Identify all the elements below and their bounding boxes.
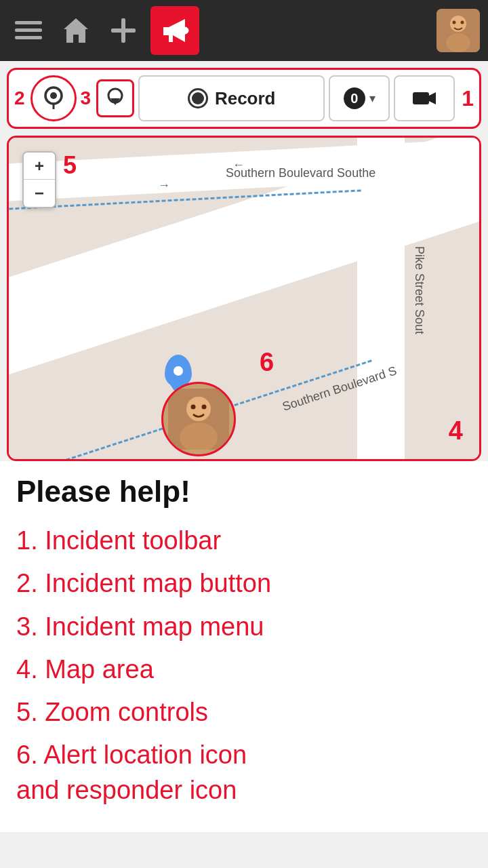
road-arrow-2: → (158, 178, 170, 193)
list-item: 4. Map area (16, 648, 472, 691)
camera-icon (411, 85, 437, 111)
responder-photo (168, 389, 229, 450)
toolbar-num-label: 1 (462, 86, 474, 111)
help-section: Please help! 1. Incident toolbar 2. Inci… (0, 461, 488, 832)
avatar (436, 9, 480, 52)
record-dot-icon (188, 88, 208, 108)
incident-toolbar: 2 3 Record 0 ▾ 1 (7, 68, 481, 129)
plus-icon (108, 16, 138, 45)
svg-point-11 (461, 21, 464, 24)
svg-point-9 (446, 33, 470, 52)
svg-rect-2 (15, 36, 42, 39)
menu-btn-label-num: 3 (81, 87, 92, 109)
top-nav (0, 0, 488, 61)
map-area: ← → Southern Boulevard Southe Southern B… (7, 136, 481, 461)
svg-rect-17 (413, 92, 429, 104)
count-value: 0 (344, 87, 365, 109)
home-button[interactable] (56, 10, 96, 51)
svg-marker-18 (429, 92, 436, 104)
svg-marker-3 (64, 18, 88, 43)
list-item: 6. Alert location icon and responder ico… (16, 734, 472, 812)
incident-map-menu-button[interactable] (96, 79, 134, 117)
svg-rect-5 (111, 28, 136, 33)
chevron-down-icon: ▾ (369, 91, 375, 106)
map-btn-label-num: 2 (14, 87, 25, 109)
svg-rect-0 (15, 21, 42, 24)
road-label-1: Southern Boulevard Southe (226, 166, 375, 180)
list-item: 5. Zoom controls (16, 691, 472, 734)
svg-point-6 (182, 27, 188, 34)
record-button[interactable]: Record (138, 75, 325, 121)
home-icon (61, 16, 91, 45)
list-item: 1. Incident toolbar (16, 519, 472, 562)
incident-map-button[interactable] (30, 75, 77, 121)
camera-button[interactable] (394, 75, 455, 121)
avatar-image (436, 9, 480, 52)
responder-face (168, 389, 229, 450)
alert-location-marker (165, 355, 192, 387)
svg-rect-1 (15, 28, 42, 32)
menu-button[interactable] (8, 10, 49, 51)
location-pin-icon (41, 86, 66, 111)
zoom-in-button[interactable]: + (24, 153, 55, 180)
list-item: 3. Incident map menu (16, 606, 472, 648)
pike-street-label: Pike Street Sout (412, 246, 426, 334)
help-list: 1. Incident toolbar 2. Incident map butt… (16, 519, 472, 812)
menu-icon (15, 17, 42, 44)
svg-point-10 (453, 21, 456, 24)
user-face-icon (436, 9, 480, 52)
map-background[interactable]: ← → Southern Boulevard Southe Southern B… (9, 138, 479, 459)
svg-point-23 (202, 405, 207, 410)
alert-button[interactable] (150, 6, 199, 55)
dropdown-icon (103, 86, 127, 111)
megaphone-icon (159, 15, 190, 46)
list-item: 2. Incident map button (16, 562, 472, 605)
zoom-controls: + − (22, 151, 56, 208)
svg-point-22 (191, 405, 196, 410)
vertical-road (357, 138, 405, 459)
count-button[interactable]: 0 ▾ (329, 75, 390, 121)
add-button[interactable] (103, 10, 144, 51)
pin-dot (174, 366, 183, 376)
zoom-controls-num-label: 5 (63, 151, 77, 180)
record-label: Record (215, 88, 276, 109)
pin-icon (165, 355, 192, 387)
help-title: Please help! (16, 475, 472, 509)
zoom-out-button[interactable]: − (24, 180, 55, 207)
alert-loc-num-label: 6 (260, 348, 274, 377)
svg-point-13 (50, 92, 57, 99)
map-area-num-label: 4 (449, 416, 463, 446)
responder-icon (161, 382, 236, 456)
